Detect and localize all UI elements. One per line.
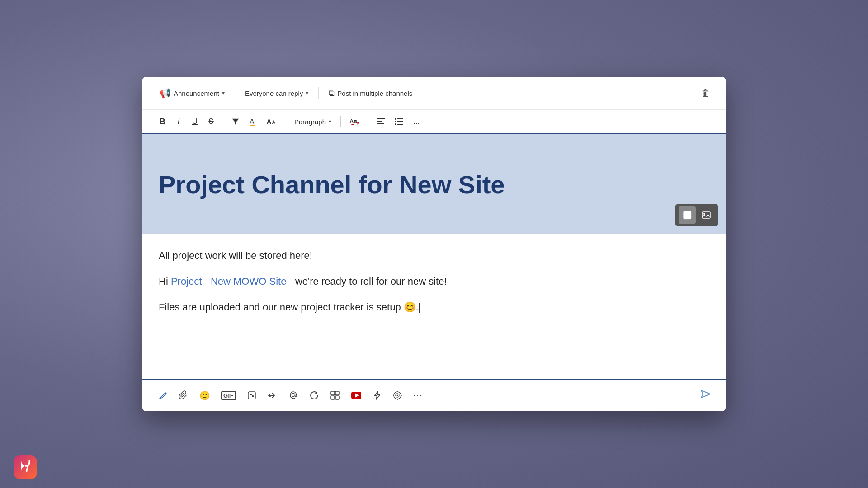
- post-multiple-label: Post in multiple channels: [337, 89, 412, 97]
- announcement-label: Announcement: [174, 89, 219, 97]
- fontsize-icon: A A: [267, 117, 277, 126]
- toolbar-divider-2: [318, 87, 319, 99]
- post-line2-link[interactable]: Project - New MOWO Site: [171, 276, 286, 287]
- toolbar-right: 🗑: [698, 85, 713, 101]
- youtube-icon: [351, 391, 362, 399]
- announcement-chevron-icon: ▾: [222, 90, 225, 96]
- lightning-button[interactable]: [368, 386, 386, 404]
- paragraph-chevron-icon: ▾: [329, 118, 331, 125]
- svg-rect-2: [250, 125, 255, 126]
- ai-icon: [247, 390, 257, 400]
- target-icon: [392, 390, 402, 400]
- italic-label: I: [177, 117, 179, 127]
- more-format-label: ...: [413, 117, 420, 126]
- align-left-button[interactable]: [373, 114, 389, 129]
- everyone-reply-label: Everyone can reply: [245, 89, 303, 97]
- svg-rect-10: [397, 121, 403, 122]
- italic-button[interactable]: I: [171, 114, 186, 129]
- refresh-button[interactable]: [305, 386, 324, 404]
- content-area: Project Channel for New Site: [142, 134, 726, 379]
- font-size-button[interactable]: A A: [263, 114, 280, 129]
- svg-rect-22: [331, 391, 335, 395]
- toolbar-divider-1: [235, 87, 235, 99]
- app-window: 📢 Announcement ▾ Everyone can reply ▾ ⧉ …: [142, 77, 726, 411]
- post-header-banner[interactable]: Project Channel for New Site: [142, 134, 726, 234]
- svg-point-17: [703, 213, 705, 215]
- list-button[interactable]: [391, 114, 407, 129]
- pen-button[interactable]: [153, 386, 172, 404]
- svg-text:A: A: [272, 120, 275, 125]
- gif-button[interactable]: GIF: [217, 386, 241, 404]
- paragraph-label: Paragraph: [294, 118, 326, 126]
- forward-button[interactable]: [263, 386, 282, 404]
- svg-rect-15: [683, 211, 691, 219]
- svg-rect-20: [252, 395, 254, 397]
- delete-button[interactable]: 🗑: [698, 85, 713, 101]
- banner-color-button[interactable]: [679, 206, 696, 224]
- pen-icon: [158, 390, 168, 400]
- paragraph-dropdown[interactable]: Paragraph ▾: [290, 116, 336, 128]
- more-dots-icon: ···: [413, 391, 423, 400]
- grid-button[interactable]: [326, 386, 344, 404]
- emoji-icon: 🙂: [199, 390, 210, 401]
- youtube-button[interactable]: [346, 386, 366, 404]
- channels-group: ⧉ Post in multiple channels: [324, 86, 417, 101]
- toolbar-format: B I U S A A A: [142, 110, 726, 134]
- emoji-button[interactable]: 🙂: [195, 386, 215, 404]
- post-title: Project Channel for New Site: [159, 171, 709, 199]
- app-logo: [14, 455, 37, 479]
- send-button[interactable]: [697, 385, 715, 406]
- mention-button[interactable]: [284, 386, 303, 404]
- send-icon: [700, 389, 711, 399]
- underline-button[interactable]: U: [188, 114, 202, 129]
- highlight-button[interactable]: A: [245, 114, 261, 129]
- refresh-icon: [309, 390, 319, 400]
- trash-icon: 🗑: [701, 88, 710, 98]
- svg-rect-25: [335, 396, 339, 399]
- svg-rect-6: [377, 118, 385, 119]
- announcement-group: 📢 Announcement ▾: [155, 85, 229, 101]
- svg-rect-8: [377, 123, 384, 124]
- attachment-button[interactable]: [174, 386, 193, 404]
- post-line-1: All project work will be stored here!: [159, 248, 709, 263]
- more-bottom-button[interactable]: ···: [409, 386, 427, 404]
- post-line-2: Hi Project - New MOWO Site - we're ready…: [159, 274, 709, 289]
- svg-rect-23: [335, 391, 339, 395]
- banner-controls: [675, 204, 718, 226]
- bold-button[interactable]: B: [155, 114, 170, 129]
- svg-rect-11: [397, 124, 403, 125]
- spell-check-button[interactable]: Aʙ: [345, 114, 363, 129]
- target-button[interactable]: [388, 386, 407, 404]
- fmt-divider-3: [340, 116, 341, 127]
- logo-icon: [18, 460, 33, 475]
- fmt-divider-1: [223, 116, 223, 127]
- filter-icon: [231, 117, 240, 126]
- svg-point-14: [395, 123, 396, 125]
- svg-rect-19: [250, 394, 252, 395]
- ai-button[interactable]: [242, 386, 261, 404]
- everyone-reply-button[interactable]: Everyone can reply ▾: [241, 87, 313, 100]
- bold-label: B: [159, 117, 165, 127]
- svg-rect-24: [331, 396, 335, 399]
- list-icon: [395, 117, 404, 126]
- post-multiple-button[interactable]: ⧉ Post in multiple channels: [324, 86, 417, 101]
- gif-icon: GIF: [221, 391, 236, 400]
- svg-rect-9: [397, 118, 403, 119]
- strikethrough-button[interactable]: S: [204, 114, 218, 129]
- post-line2-prefix: Hi: [159, 276, 171, 287]
- svg-point-13: [395, 121, 396, 122]
- spellcheck-icon: Aʙ: [349, 117, 360, 126]
- channels-icon: ⧉: [329, 89, 335, 98]
- forward-icon: [268, 390, 278, 400]
- svg-rect-7: [377, 121, 382, 122]
- more-format-button[interactable]: ...: [409, 114, 424, 129]
- toolbar-bottom: 🙂 GIF: [142, 379, 726, 411]
- announcement-icon: 📢: [160, 88, 171, 99]
- filter-button[interactable]: [228, 114, 243, 129]
- announcement-button[interactable]: 📢 Announcement ▾: [155, 85, 229, 101]
- svg-rect-18: [248, 392, 255, 399]
- svg-point-21: [292, 394, 295, 397]
- post-body: All project work will be stored here! Hi…: [142, 234, 726, 340]
- underline-label: U: [192, 117, 198, 126]
- banner-image-button[interactable]: [698, 206, 715, 224]
